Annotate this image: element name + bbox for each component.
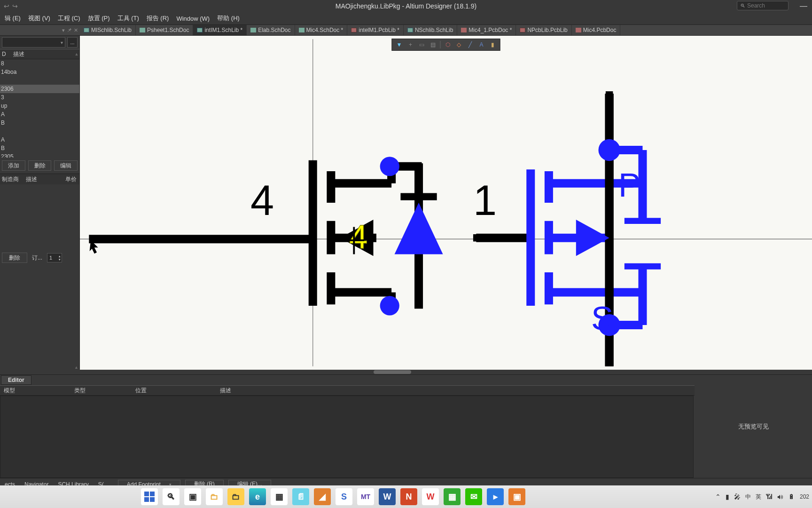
rect-icon[interactable]: ▭ [417, 40, 427, 49]
volume-icon[interactable]: 🔊︎ [777, 493, 784, 500]
order-qty-spinner[interactable]: 1▴▾ [47, 253, 62, 262]
menu-edit[interactable]: 辑 (E) [2, 13, 23, 24]
col-manufacturer[interactable]: 制造商 [0, 175, 26, 183]
scroll-up-icon[interactable]: ▲ [0, 365, 79, 370]
text-icon[interactable]: A [476, 40, 487, 49]
canvas-hscroll[interactable] [0, 370, 812, 374]
diamond-icon[interactable]: ◇ [454, 40, 464, 49]
node-icon[interactable]: ⬡ [443, 40, 453, 49]
edit-button[interactable]: 编辑 [54, 160, 78, 171]
delete-supplier-button[interactable]: 删除 [2, 253, 27, 263]
edge-icon[interactable]: e [249, 488, 266, 505]
col-id[interactable]: D [0, 51, 13, 57]
altium-icon[interactable]: ◢ [314, 488, 331, 505]
search-input[interactable] [747, 2, 785, 9]
system-tray[interactable]: ⌃ ▮ 🎤︎ 中 英 📶︎ 🔊︎ 🔋︎ 202 [715, 493, 809, 501]
sogou-icon[interactable]: S [336, 488, 352, 505]
col-price[interactable]: 单价 [52, 175, 79, 183]
tray-ime2[interactable]: 英 [756, 493, 761, 501]
menu-report[interactable]: 报告 (R) [144, 13, 172, 24]
tab-dropdown-icon[interactable]: ▾ [62, 27, 65, 33]
list-item[interactable]: A [0, 110, 79, 119]
list-item[interactable]: 8 [0, 59, 79, 68]
list-item[interactable]: 14boa [0, 68, 79, 76]
doc-tab[interactable]: Mic4.PcbDoc [572, 25, 621, 35]
filter-combo[interactable]: ▾ [2, 37, 65, 48]
back-icon[interactable]: ↩︎ [4, 2, 9, 10]
tab-pin-icon[interactable]: 📌︎ [67, 27, 72, 33]
col-desc[interactable]: 描述 [13, 50, 74, 58]
add-button[interactable]: 添加 [2, 160, 25, 171]
explorer-icon[interactable]: 🗀 [206, 488, 223, 505]
menu-window[interactable]: Window (W) [173, 14, 212, 23]
list-item[interactable]: B [0, 119, 79, 127]
plus-icon[interactable]: + [406, 40, 416, 49]
tab-close-icon[interactable]: ✕ [74, 27, 78, 33]
doc-tab[interactable]: MISchlib.SchLib [80, 25, 136, 35]
filter-more-button[interactable]: ... [67, 37, 78, 48]
list-item[interactable] [0, 76, 79, 85]
folder-icon[interactable]: 🗀 [227, 488, 244, 505]
tray-ime1[interactable]: 中 [745, 493, 751, 501]
search-box[interactable]: 🔍︎ [737, 1, 789, 10]
align-icon[interactable]: ▤ [428, 40, 438, 49]
wps-icon[interactable]: W [422, 488, 439, 505]
battery-icon[interactable]: 🔋︎ [789, 493, 795, 500]
doc-tab[interactable]: Elab.SchDoc [247, 25, 295, 35]
calc-icon[interactable]: ▦ [271, 488, 288, 505]
menu-help[interactable]: 帮助 (H) [214, 13, 242, 24]
dingtalk-icon[interactable]: ▸ [487, 488, 504, 505]
menu-tools[interactable]: 工具 (T) [115, 13, 142, 24]
rect2-icon[interactable]: ▮ [488, 40, 498, 49]
doc-tab[interactable]: intelM1.PcbLib * [347, 25, 404, 35]
minimize-icon[interactable]: — [800, 2, 807, 10]
wechat-icon[interactable]: ✉︎ [465, 488, 482, 505]
tray-mic-icon[interactable]: 🎤︎ [734, 493, 741, 500]
line-icon[interactable]: ╱ [465, 40, 476, 49]
doc-tab-label: NPcbLib.PcbLib [527, 27, 567, 33]
doc-tab[interactable]: Psheet1.SchDoc [136, 25, 193, 35]
filter-icon[interactable]: ▼ [394, 40, 405, 49]
list-item[interactable]: 2306 [0, 85, 79, 93]
mathtype-icon[interactable]: MT [357, 488, 374, 505]
doc-tab[interactable]: NSchlib.SchLib [404, 25, 457, 35]
menu-place[interactable]: 放置 (P) [85, 13, 113, 24]
svg-rect-37 [606, 91, 613, 96]
taskview-icon[interactable]: ▣ [184, 488, 201, 505]
editor-tab[interactable]: Editor [1, 375, 31, 385]
search-taskbar-icon[interactable]: 🔍︎ [163, 488, 180, 505]
order-label: 订... [32, 254, 42, 262]
list-item[interactable]: B [0, 144, 79, 152]
list-item[interactable]: A [0, 135, 79, 144]
menu-view[interactable]: 视图 (V) [25, 13, 53, 24]
list-item[interactable]: 3 [0, 93, 79, 102]
col-type[interactable]: 类型 [70, 387, 132, 395]
list-item[interactable]: 2305 [0, 152, 79, 158]
doc-tab[interactable]: NPcbLib.PcbLib [516, 25, 571, 35]
wifi-icon[interactable]: 📶︎ [766, 493, 773, 500]
start-icon[interactable] [141, 488, 158, 505]
menu-project[interactable]: 工程 (C) [55, 13, 83, 24]
component-list[interactable]: 814boa23063upABAB23053 [0, 59, 79, 158]
tray-up-icon[interactable]: ⌃ [715, 493, 721, 500]
editor-grid-body[interactable] [0, 396, 694, 478]
notepad-icon[interactable]: 📄︎ [292, 488, 309, 505]
doc-tab[interactable]: Mic4_1.PcbDoc * [457, 25, 516, 35]
col-model[interactable]: 模型 [0, 387, 70, 395]
delete-button[interactable]: 删除 [28, 160, 52, 171]
doc-tab[interactable]: Mic4.SchDoc * [295, 25, 348, 35]
col-desc[interactable]: 描述 [216, 387, 695, 395]
word-icon[interactable]: W [379, 488, 396, 505]
camtasia-icon[interactable]: ▣ [508, 488, 525, 505]
list-item[interactable] [0, 127, 79, 135]
col-position[interactable]: 位置 [132, 387, 216, 395]
ppt-icon[interactable]: N [400, 488, 417, 505]
fwd-icon[interactable]: ↪︎ [12, 2, 18, 10]
schematic-canvas[interactable]: ▼ + ▭ ▤ ⬡ ◇ ╱ A ▮ [80, 36, 812, 370]
col-desc2[interactable]: 描述 [26, 175, 52, 183]
app-green-icon[interactable]: ▦ [444, 488, 461, 505]
doc-tab[interactable]: intIM1.SchLib * [193, 25, 247, 35]
tray-app-icon[interactable]: ▮ [726, 493, 729, 500]
tray-clock[interactable]: 202 [800, 493, 809, 500]
list-item[interactable]: up [0, 102, 79, 110]
